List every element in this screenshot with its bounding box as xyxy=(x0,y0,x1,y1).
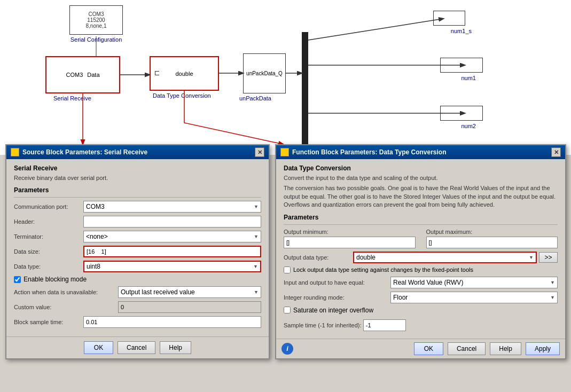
data-type-arrow-icon: ▼ xyxy=(253,264,258,269)
dtc-sample-time-label: Sample time (-1 for inherited): xyxy=(284,322,362,328)
data-type-dropdown[interactable]: uint8 ▼ xyxy=(83,261,261,272)
equal-io-arrow-icon: ▼ xyxy=(550,280,555,285)
data-type-row: Data type: uint8 ▼ xyxy=(14,261,261,272)
terminator-arrow-icon: ▼ xyxy=(254,234,259,239)
int-rounding-dropdown[interactable]: Floor ▼ xyxy=(390,292,558,303)
serial-params-title: Parameters xyxy=(14,186,261,194)
serial-dialog-icon xyxy=(11,148,19,156)
output-dtype-row: Output data type: double ▼ >> xyxy=(284,252,558,263)
dtc-section-title: Data Type Conversion xyxy=(284,164,558,172)
terminator-value: <none> xyxy=(86,233,108,240)
enable-blocking-checkbox[interactable] xyxy=(14,276,21,283)
header-input[interactable] xyxy=(83,216,261,228)
dtc-dialog-titlebar[interactable]: Function Block Parameters: Data Type Con… xyxy=(276,145,565,159)
action-unavail-arrow-icon: ▼ xyxy=(254,289,259,295)
dtc-label: Data Type Conversion xyxy=(153,92,211,99)
serial-section-title: Serial Receive xyxy=(14,164,261,172)
data-type-label: Data type: xyxy=(14,263,83,270)
svg-line-3 xyxy=(308,19,443,40)
serial-config-com: COM3 xyxy=(89,11,104,17)
serial-dialog-body: Serial Receive Receive binary data over … xyxy=(6,159,269,336)
num2-block xyxy=(440,106,483,121)
unpack-sublabel: unPackData xyxy=(239,95,271,101)
num-s-label: num1_s xyxy=(451,28,472,34)
serial-dialog-buttons: OK Cancel Help xyxy=(6,336,269,358)
serial-dialog-close-btn[interactable]: ✕ xyxy=(255,147,264,157)
enable-blocking-row: Enable blocking mode xyxy=(14,276,261,283)
output-dtype-dropdown[interactable]: double ▼ xyxy=(353,252,537,263)
sample-time-input[interactable] xyxy=(83,316,261,328)
data-size-row: Data size: xyxy=(14,246,261,257)
output-max-input[interactable] xyxy=(426,237,558,248)
dtc-apply-btn[interactable]: Apply xyxy=(526,342,560,355)
serial-dialog-title: Source Block Parameters: Serial Receive xyxy=(22,148,147,156)
dtc-block: double xyxy=(150,56,219,91)
sample-time-row: Block sample time: xyxy=(14,316,261,328)
serial-ok-btn[interactable]: OK xyxy=(84,341,113,354)
int-rounding-arrow-icon: ▼ xyxy=(550,295,555,300)
action-unavail-dropdown[interactable]: Output last received value ▼ xyxy=(118,286,261,298)
action-unavail-row: Action when data is unavailable: Output … xyxy=(14,286,261,298)
dtc-ok-btn[interactable]: OK xyxy=(414,342,443,355)
info-icon[interactable]: i xyxy=(281,343,293,355)
lock-output-checkbox[interactable] xyxy=(284,266,291,273)
equal-io-dropdown[interactable]: Real World Value (RWV) ▼ xyxy=(390,277,558,288)
serial-config-block: COM3 115200 8,none,1 xyxy=(69,5,123,35)
output-dtype-arrow-icon: ▼ xyxy=(529,255,534,260)
serial-config-label: Serial Configuration xyxy=(64,36,128,43)
sr-data-label: Data xyxy=(87,72,99,78)
serial-dialog-titlebar[interactable]: Source Block Parameters: Serial Receive … xyxy=(6,145,269,159)
dtc-sample-time-input[interactable] xyxy=(363,319,406,331)
equal-io-row: Input and output to have equal: Real Wor… xyxy=(284,277,558,288)
saturate-row: Saturate on integer overflow xyxy=(284,307,558,314)
saturate-label: Saturate on integer overflow xyxy=(293,307,373,314)
num2-label: num2 xyxy=(461,123,476,129)
dtc-desc2: The conversion has two possible goals. O… xyxy=(284,184,558,209)
sr-com-label: COM3 xyxy=(66,72,83,78)
enable-blocking-label: Enable blocking mode xyxy=(24,276,87,283)
dtc-dialog-footer: i OK Cancel Help Apply xyxy=(276,339,565,358)
comm-port-value: COM3 xyxy=(86,203,105,210)
int-rounding-label: Integer rounding mode: xyxy=(284,294,390,301)
serial-cancel-btn[interactable]: Cancel xyxy=(118,341,155,354)
serial-receive-block: COM3 Data xyxy=(45,56,120,93)
output-min-group: Output minimum: xyxy=(284,228,416,248)
dtc-dialog-title: Function Block Parameters: Data Type Con… xyxy=(292,148,447,156)
num1-label: num1 xyxy=(461,75,476,81)
sample-time-group: Sample time (-1 for inherited): xyxy=(284,317,558,331)
terminator-row: Terminator: <none> ▼ xyxy=(14,231,261,242)
lock-output-row: Lock output data type setting against ch… xyxy=(284,266,558,273)
lock-output-label: Lock output data type setting against ch… xyxy=(293,266,473,273)
serial-config-parity: 8,none,1 xyxy=(86,23,107,29)
saturate-checkbox[interactable] xyxy=(284,307,291,313)
dtc-text: double xyxy=(175,70,193,77)
equal-io-value: Real World Value (RWV) xyxy=(393,279,463,286)
int-rounding-row: Integer rounding mode: Floor ▼ xyxy=(284,292,558,303)
dtc-help-btn[interactable]: Help xyxy=(490,342,521,355)
output-min-input[interactable] xyxy=(284,237,416,248)
dtype-arrow-btn[interactable]: >> xyxy=(539,252,558,263)
dtc-dialog-icon xyxy=(280,148,289,156)
dtc-dialog-close-btn[interactable]: ✕ xyxy=(551,147,561,157)
data-size-input[interactable] xyxy=(83,246,261,257)
data-size-label: Data size: xyxy=(14,248,83,255)
output-dtype-label: Output data type: xyxy=(284,254,353,261)
action-unavail-label: Action when data is unavailable: xyxy=(14,289,118,295)
output-max-group: Output maximum: xyxy=(426,228,558,248)
custom-value-input xyxy=(118,301,261,313)
header-label: Header: xyxy=(14,218,83,225)
serial-config-baud: 115200 xyxy=(87,17,105,23)
serial-help-btn[interactable]: Help xyxy=(160,341,191,354)
serial-description: Receive binary data over serial port. xyxy=(14,174,261,182)
dtc-cancel-btn[interactable]: Cancel xyxy=(448,342,486,355)
comm-port-dropdown[interactable]: COM3 ▼ xyxy=(83,201,261,213)
num1-block xyxy=(440,58,483,73)
output-min-label: Output minimum: xyxy=(284,229,353,235)
custom-value-label: Custom value: xyxy=(14,304,118,310)
simulink-canvas: COM3 115200 8,none,1 Serial Configuratio… xyxy=(0,0,571,155)
unpack-block: unPackData_Q xyxy=(243,53,286,93)
terminator-dropdown[interactable]: <none> ▼ xyxy=(83,231,261,242)
custom-value-row: Custom value: xyxy=(14,301,261,313)
equal-io-label: Input and output to have equal: xyxy=(284,279,390,286)
dtc-params-title: Parameters xyxy=(284,214,558,221)
